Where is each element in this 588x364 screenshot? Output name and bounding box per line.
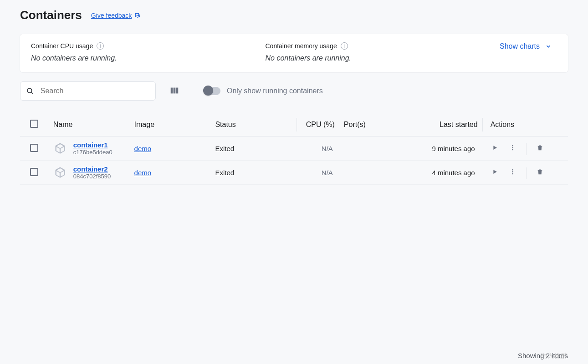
col-actions: Actions [482,113,568,136]
col-image[interactable]: Image [130,113,211,136]
action-separator [526,143,527,155]
svg-point-10 [512,173,513,175]
ports-cell [339,161,411,185]
col-last-started[interactable]: Last started [411,113,482,136]
chevron-down-icon [545,43,552,50]
container-hash: 084c702f8590 [73,173,111,180]
container-icon [53,142,67,155]
watermark: 消入挽醉 [541,352,568,360]
action-separator [526,167,527,179]
delete-button[interactable] [532,142,548,155]
kebab-icon [509,168,516,175]
svg-rect-3 [174,87,176,93]
play-icon [491,168,498,175]
svg-point-9 [512,171,513,172]
last-started-cell: 9 minutes ago [411,136,482,161]
table-row[interactable]: container1 c176be5ddea0 demo Exited N/A … [20,136,568,161]
cpu-usage-label: Container CPU usage [31,42,93,50]
col-cpu[interactable]: CPU (%) [297,113,339,136]
svg-point-0 [27,88,32,93]
svg-line-1 [31,92,32,94]
show-charts-toggle[interactable]: Show charts [500,42,557,51]
search-icon [26,86,34,96]
image-link[interactable]: demo [134,169,152,177]
row-checkbox[interactable] [30,168,38,176]
col-name[interactable]: Name [49,113,130,136]
delete-button[interactable] [532,166,548,179]
ports-cell [339,136,411,161]
search-input[interactable] [40,86,150,96]
play-icon [491,144,498,151]
last-started-cell: 4 minutes ago [411,161,482,185]
feedback-icon [134,12,141,19]
search-box[interactable] [20,81,156,101]
cpu-usage-block: Container CPU usage i No containers are … [31,42,265,62]
status-cell: Exited [210,136,296,161]
cpu-cell: N/A [297,161,339,185]
svg-point-7 [512,149,513,151]
cpu-empty-message: No containers are running. [31,54,265,62]
svg-point-8 [512,169,513,171]
col-status[interactable]: Status [210,113,296,136]
containers-table: Name Image Status CPU (%) Port(s) Last s… [20,113,568,185]
kebab-icon [509,144,516,151]
memory-usage-block: Container memory usage i No containers a… [265,42,499,62]
container-name-link[interactable]: container1 [73,141,112,149]
page-title: Containers [20,8,82,22]
give-feedback-label: Give feedback [91,12,132,19]
svg-point-5 [512,145,513,147]
trash-icon [537,168,543,175]
image-link[interactable]: demo [134,145,152,152]
table-row[interactable]: container2 084c702f8590 demo Exited N/A … [20,161,568,185]
more-actions-button[interactable] [505,142,521,155]
columns-button[interactable] [167,83,182,100]
svg-point-6 [512,147,513,148]
give-feedback-link[interactable]: Give feedback [91,12,141,19]
show-charts-label: Show charts [500,42,540,51]
row-checkbox[interactable] [30,144,38,152]
cpu-cell: N/A [297,136,339,161]
select-all-checkbox[interactable] [30,120,38,128]
running-only-toggle[interactable] [204,87,220,95]
trash-icon [537,144,543,151]
memory-empty-message: No containers are running. [265,54,499,62]
svg-rect-4 [176,87,179,93]
toolbar: Only show running containers [20,81,568,101]
info-icon[interactable]: i [97,42,104,50]
start-button[interactable] [487,166,503,179]
more-actions-button[interactable] [505,166,521,179]
status-cell: Exited [210,161,296,185]
columns-icon [169,86,179,96]
running-only-label: Only show running containers [227,87,323,95]
container-icon [53,166,67,179]
container-name-link[interactable]: container2 [73,165,111,173]
col-ports[interactable]: Port(s) [339,113,411,136]
start-button[interactable] [487,142,503,155]
container-hash: c176be5ddea0 [73,149,112,156]
info-icon[interactable]: i [341,42,348,50]
stats-card: Container CPU usage i No containers are … [20,34,568,72]
memory-usage-label: Container memory usage [265,42,337,50]
svg-rect-2 [171,87,173,93]
